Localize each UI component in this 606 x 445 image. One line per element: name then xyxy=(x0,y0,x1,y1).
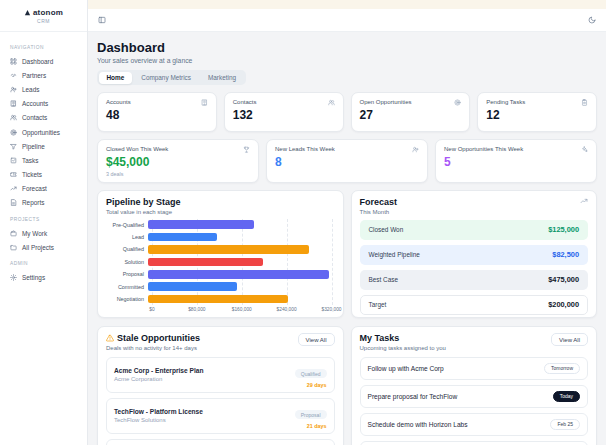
forecast-title: Forecast xyxy=(360,197,398,207)
stat-card-value: 48 xyxy=(106,108,208,122)
task-item[interactable]: Schedule demo with Horizon LabsFeb 25 xyxy=(360,413,589,436)
opportunity-company: TechFlow Solutions xyxy=(114,417,203,423)
contacts-icon xyxy=(10,114,17,121)
tasks-icon xyxy=(10,157,17,164)
theme-toggle-icon[interactable] xyxy=(588,16,596,24)
chart-category-label: Proposal xyxy=(106,271,148,277)
chart-bar[interactable] xyxy=(148,220,254,229)
sidebar: atonom CRM NavigationDashboardPartnersLe… xyxy=(0,0,88,445)
forecast-row-label: Weighted Pipeline xyxy=(369,251,420,258)
middle-panels-row: Pipeline by Stage Total value in each st… xyxy=(97,190,597,318)
users-icon xyxy=(328,99,335,106)
pipeline-chart-subtitle: Total value in each stage xyxy=(106,209,181,215)
topbar xyxy=(88,9,606,32)
task-item[interactable]: Review contract terms - PinnacleFeb 27 xyxy=(360,441,589,445)
my-tasks-list: Follow up with Acme CorpTomorrowPrepare … xyxy=(360,357,589,445)
forecast-row-closed-won: Closed Won$125,000 xyxy=(360,220,589,240)
sidebar-toggle-icon[interactable] xyxy=(98,16,106,24)
highlight-card-new-leads-this-week: New Leads This Week8 xyxy=(266,139,428,183)
opportunity-stage-badge: Qualified xyxy=(295,369,327,378)
task-item[interactable]: Prepare proposal for TechFlowToday xyxy=(360,385,589,408)
tab-marketing[interactable]: Marketing xyxy=(200,72,244,84)
sidebar-item-dashboard[interactable]: Dashboard xyxy=(8,54,79,68)
chart-bar[interactable] xyxy=(148,282,237,291)
stat-card-contacts: Contacts132 xyxy=(224,92,344,132)
sidebar-item-pipeline[interactable]: Pipeline xyxy=(8,139,79,153)
chart-bar[interactable] xyxy=(148,270,329,279)
chart-row-lead: Lead xyxy=(106,231,335,243)
forecast-row-weighted-pipeline: Weighted Pipeline$82,500 xyxy=(360,245,589,265)
sidebar-item-all-projects[interactable]: All Projects xyxy=(8,240,79,254)
chart-bar[interactable] xyxy=(148,258,263,267)
stale-opportunities-list: Acme Corp - Enterprise PlanAcme Corporat… xyxy=(106,357,335,445)
chart-rows: Pre-QualifiedLeadQualifiedSolutionPropos… xyxy=(106,219,335,306)
sidebar-item-accounts[interactable]: Accounts xyxy=(8,97,79,111)
sidebar-item-label: Tasks xyxy=(22,157,38,164)
chart-bar[interactable] xyxy=(148,245,309,254)
highlight-card-new-opportunities-this-week: New Opportunities This Week5 xyxy=(435,139,597,183)
stat-card-label: Open Opportunities xyxy=(360,99,412,105)
stale-opportunity-item[interactable]: TechFlow - Platform LicenseTechFlow Solu… xyxy=(106,398,335,434)
chart-bar-track xyxy=(148,258,332,267)
my-tasks-panel: My Tasks Upcoming tasks assigned to you … xyxy=(351,326,598,445)
forecast-row-value: $125,000 xyxy=(548,225,579,234)
chart-bar[interactable] xyxy=(148,295,288,304)
trending-up-icon xyxy=(580,197,588,205)
sidebar-item-tasks[interactable]: Tasks xyxy=(8,153,79,167)
logo-icon xyxy=(24,9,31,16)
forecast-row-value: $475,000 xyxy=(548,275,579,284)
target-icon xyxy=(454,99,461,106)
chart-category-label: Pre-Qualified xyxy=(106,222,148,228)
stale-opportunities-panel: Stale Opportunities Deals with no activi… xyxy=(97,326,344,445)
page-subtitle: Your sales overview at a glance xyxy=(97,57,597,64)
sidebar-section-label: Admin xyxy=(10,261,79,266)
stale-opportunity-item[interactable]: Acme Corp - Enterprise PlanAcme Corporat… xyxy=(106,357,335,393)
sidebar-item-contacts[interactable]: Contacts xyxy=(8,111,79,125)
sidebar-item-settings[interactable]: Settings xyxy=(8,270,79,284)
stale-opportunities-view-all-button[interactable]: View All xyxy=(298,333,335,346)
stale-opportunities-subtitle: Deals with no activity for 14+ days xyxy=(106,345,200,351)
highlight-card-label: New Leads This Week xyxy=(275,146,335,152)
stat-card-label: Contacts xyxy=(233,99,257,105)
sidebar-item-tickets[interactable]: Tickets xyxy=(8,168,79,182)
chart-row-proposal: Proposal xyxy=(106,268,335,280)
tab-company-metrics[interactable]: Company Metrics xyxy=(133,72,199,84)
sidebar-item-leads[interactable]: Leads xyxy=(8,82,79,96)
sidebar-section-label: Projects xyxy=(10,217,79,222)
highlight-card-value: $45,000 xyxy=(106,155,250,169)
chart-row-qualified: Qualified xyxy=(106,243,335,255)
sidebar-item-label: Reports xyxy=(22,199,44,206)
tickets-icon xyxy=(10,171,17,178)
logo-sub: CRM xyxy=(4,18,83,24)
chart-category-label: Solution xyxy=(106,259,148,265)
chart-bar[interactable] xyxy=(148,233,217,242)
chart-bar-track xyxy=(148,282,332,291)
task-item[interactable]: Follow up with Acme CorpTomorrow xyxy=(360,357,589,380)
sidebar-item-forecast[interactable]: Forecast xyxy=(8,182,79,196)
user-plus-icon xyxy=(412,146,419,153)
chart-category-label: Negotiation xyxy=(106,296,148,302)
sidebar-item-opportunities[interactable]: Opportunities xyxy=(8,125,79,139)
accounts-icon xyxy=(10,100,17,107)
forecast-subtitle: This Month xyxy=(360,209,398,215)
chart-x-tick-label: $160,000 xyxy=(232,307,252,312)
stale-opportunity-item[interactable]: Pinnacle - Annual SubscriptionPinnacle I… xyxy=(106,439,335,445)
logo: atonom CRM xyxy=(0,0,87,32)
stale-opportunities-title: Stale Opportunities xyxy=(106,333,200,343)
sidebar-item-my-work[interactable]: My Work xyxy=(8,226,79,240)
opportunity-name: Acme Corp - Enterprise Plan xyxy=(114,367,203,374)
sparkles-icon xyxy=(581,146,588,153)
sidebar-item-reports[interactable]: Reports xyxy=(8,196,79,210)
sidebar-item-partners[interactable]: Partners xyxy=(8,68,79,82)
forecast-row-target: Target$200,000 xyxy=(360,295,589,315)
highlight-card-label: New Opportunities This Week xyxy=(444,146,523,152)
chart-x-axis: $0$80,000$160,000$240,000$320,000 xyxy=(152,307,332,315)
pipeline-by-stage-panel: Pipeline by Stage Total value in each st… xyxy=(97,190,344,318)
sidebar-item-label: Partners xyxy=(22,72,46,79)
my-tasks-view-all-button[interactable]: View All xyxy=(551,333,588,346)
sidebar-nav: NavigationDashboardPartnersLeadsAccounts… xyxy=(0,32,87,291)
trophy-icon xyxy=(243,146,250,153)
stat-card-value: 132 xyxy=(233,108,335,122)
tab-home[interactable]: Home xyxy=(99,72,133,84)
chart-bar-track xyxy=(148,245,332,254)
